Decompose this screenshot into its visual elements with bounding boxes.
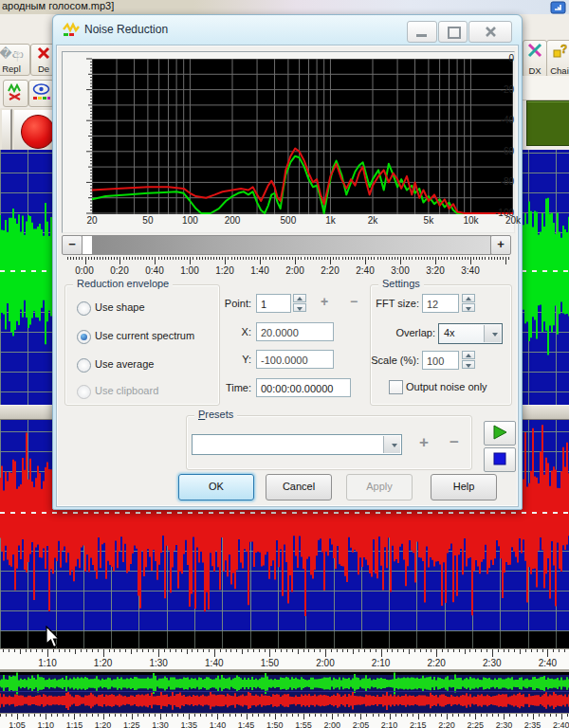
replace-button[interactable]: �ආ Repl [0, 44, 30, 76]
fft-size-spinner[interactable] [462, 294, 475, 313]
time-label: 1:10 [37, 720, 54, 728]
time-label: 2:15 [410, 720, 427, 728]
time-label: 1:45 [238, 720, 255, 728]
dialog-titlebar[interactable]: Noise Reduction [53, 15, 522, 45]
time-label: 2:25 [467, 720, 484, 728]
fft-size-input[interactable]: 12 [422, 294, 459, 313]
time-label: 1:10 [38, 658, 56, 668]
time-label: 1:15 [66, 720, 83, 728]
dialog-time-ticks [62, 257, 513, 265]
time-label: 1:30 [149, 658, 167, 668]
preview-stop-button[interactable] [484, 447, 516, 472]
dialog-time-label: 3:40 [461, 265, 479, 276]
view-tool-button[interactable] [28, 80, 54, 107]
time-label: 1:50 [261, 658, 279, 668]
remove-point-button[interactable]: − [344, 295, 363, 311]
toolbar-button-fragment[interactable] [0, 108, 12, 154]
zoom-out-button[interactable]: − [62, 235, 83, 255]
radio-icon [77, 301, 91, 316]
scale-label: Scale (%): [362, 355, 419, 366]
point-label: Point: [194, 298, 251, 309]
dropdown-arrow-icon [383, 436, 400, 453]
y-axis-label: -40 [489, 115, 514, 125]
radio-disabled-icon [77, 385, 91, 399]
point-input[interactable]: 1 [256, 294, 291, 313]
time-label: 1:40 [205, 658, 223, 668]
toolbar-spacer [523, 76, 569, 100]
output-noise-only-checkbox[interactable] [389, 380, 403, 394]
chain-button[interactable]: ? Chai [546, 40, 569, 78]
minimize-icon [416, 34, 427, 37]
time-ruler-overview[interactable]: 1:051:101:151:201:251:301:351:401:451:50… [0, 713, 569, 728]
overlap-dropdown[interactable]: 4x [438, 323, 503, 344]
dialog-time-ruler: 0:000:200:401:001:201:402:002:202:403:00… [62, 265, 513, 277]
x-axis-label: 20 [86, 215, 97, 226]
file-overview-strip[interactable] [0, 672, 569, 713]
frequency-scrollbar[interactable] [82, 235, 491, 255]
x-input[interactable]: 20.0000 [256, 322, 334, 341]
dialog-body: 0-20-40-60-80-10020501002005001k2k5k10k2… [56, 45, 519, 507]
time-label: 1:20 [95, 720, 112, 728]
y-label: Y: [194, 354, 251, 365]
time-label: 2:10 [381, 720, 398, 728]
dx-effects-button[interactable]: DX [523, 40, 547, 78]
level-meter-block [526, 100, 569, 146]
scale-spinner[interactable] [462, 351, 475, 370]
mouse-cursor [46, 626, 61, 648]
y-input[interactable]: -100.0000 [256, 350, 334, 369]
scale-input[interactable]: 100 [422, 351, 459, 370]
time-label: 2:00 [316, 658, 334, 668]
save-preset-button[interactable]: + [414, 435, 433, 451]
time-label: 1:55 [295, 720, 312, 728]
minimize-button[interactable] [407, 21, 437, 43]
time-label: 2:35 [524, 720, 541, 728]
point-spinner[interactable] [293, 294, 306, 313]
time-label: 2:40 [539, 658, 557, 668]
time-ruler-main[interactable]: 1:101:201:301:401:502:002:102:202:302:40 [0, 648, 569, 670]
x-axis-label: 200 [225, 215, 241, 226]
close-button[interactable] [468, 21, 512, 43]
stop-icon [492, 451, 507, 466]
marker-tool-icon [7, 83, 25, 101]
help-button[interactable]: Help [431, 474, 497, 500]
time-label: 1:40 [210, 720, 227, 728]
dx-icon [527, 43, 542, 58]
x-axis-label: 2k [368, 215, 378, 226]
cancel-button[interactable]: Cancel [266, 474, 332, 500]
goldwave-logo-icon [63, 22, 80, 37]
dialog-time-label: 1:00 [180, 265, 198, 276]
goldwave-main-window: ародным голосом.mp3] �ආ Repl De [0, 0, 569, 728]
dialog-time-label: 2:20 [321, 265, 339, 276]
delete-preset-button[interactable]: − [445, 435, 464, 451]
radio-icon [77, 358, 91, 373]
time-label: 2:20 [438, 720, 455, 728]
time-label: 1:35 [180, 720, 197, 728]
maximize-button[interactable] [438, 21, 468, 43]
time-label: 2:40 [553, 720, 569, 728]
marker-tool-button[interactable] [3, 80, 28, 107]
presets-caption: Presets [194, 409, 237, 420]
dialog-time-label: 0:00 [75, 265, 93, 276]
replace-icon: �ආ [0, 46, 29, 62]
dropdown-arrow-icon [484, 325, 501, 342]
time-label: 2:30 [496, 720, 513, 728]
time-input[interactable]: 00:00:00.00000 [256, 378, 351, 397]
record-icon [21, 115, 55, 149]
restore-window-icon[interactable] [550, 1, 566, 14]
spectrum-plot[interactable] [92, 59, 513, 214]
right-channel-centerline [0, 512, 569, 514]
y-axis-label: 0 [489, 53, 514, 64]
dialog-time-label: 3:20 [426, 265, 444, 276]
presets-dropdown[interactable] [192, 434, 402, 455]
dialog-time-label: 2:40 [356, 265, 374, 276]
preview-play-button[interactable] [484, 421, 516, 446]
close-icon [485, 26, 497, 38]
overlap-label: Overlap: [362, 327, 435, 338]
y-axis-label: -60 [489, 146, 514, 156]
zoom-in-button[interactable]: + [490, 235, 511, 255]
question-icon: ? [552, 43, 567, 58]
ok-button[interactable]: OK [178, 474, 254, 500]
x-label: X: [194, 326, 251, 337]
add-point-button[interactable]: + [315, 295, 334, 311]
time-label: 1:50 [266, 720, 284, 728]
